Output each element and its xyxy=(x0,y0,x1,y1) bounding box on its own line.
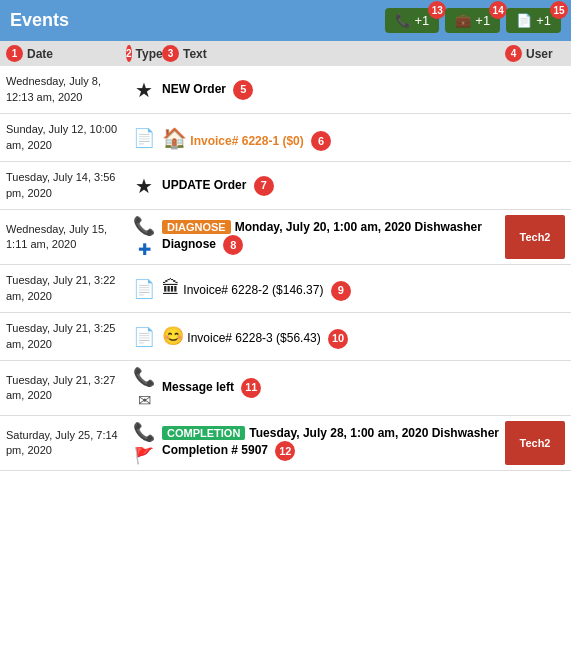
text-col-header: 3 Text xyxy=(162,45,505,62)
page-title: Events xyxy=(10,10,69,31)
event-text: Message left 11 xyxy=(162,378,505,398)
header: Events 📞 +1 13 💼 +1 14 📄 +1 15 xyxy=(0,0,571,41)
event-date: Tuesday, July 14, 3:56 pm, 2020 xyxy=(6,170,126,201)
event-date: Tuesday, July 21, 3:27 am, 2020 xyxy=(6,373,126,404)
event-type: 📄 xyxy=(126,278,162,300)
phone-badge: 13 xyxy=(428,1,446,19)
face-icon: 😊 xyxy=(162,326,184,346)
event-text: 😊 Invoice# 6228-3 ($56.43) 10 xyxy=(162,324,505,349)
event-text-content: NEW Order xyxy=(162,82,226,96)
text-col-label: Text xyxy=(183,47,207,61)
event-text: COMPLETIONTuesday, July 28, 1:00 am, 202… xyxy=(162,425,505,462)
phone-button[interactable]: 📞 +1 13 xyxy=(385,8,440,33)
briefcase-button[interactable]: 💼 +1 14 xyxy=(445,8,500,33)
phone-icon: 📞 xyxy=(395,13,411,28)
table-row[interactable]: Tuesday, July 21, 3:22 am, 2020 📄 🏛 Invo… xyxy=(0,265,571,313)
briefcase-btn-label: +1 xyxy=(475,13,490,28)
header-buttons: 📞 +1 13 💼 +1 14 📄 +1 15 xyxy=(385,8,561,33)
event-text-content: Invoice# 6228-3 ($56.43) xyxy=(187,331,320,345)
event-text-content: Message left xyxy=(162,380,234,394)
date-col-badge: 1 xyxy=(6,45,23,62)
row-badge: 9 xyxy=(331,281,351,301)
row-badge: 10 xyxy=(328,329,348,349)
star-icon: ★ xyxy=(135,78,153,102)
event-date: Wednesday, July 8, 12:13 am, 2020 xyxy=(6,74,126,105)
event-text: DIAGNOSEMonday, July 20, 1:00 am, 2020 D… xyxy=(162,219,505,256)
document-icon: 📄 xyxy=(133,278,155,300)
event-text: UPDATE Order 7 xyxy=(162,176,505,196)
briefcase-badge: 14 xyxy=(489,1,507,19)
event-user: Tech2 xyxy=(505,215,565,259)
event-type: 📞 ✚ xyxy=(126,215,162,259)
phone-icon: 📞 xyxy=(133,215,155,237)
house-icon: 🏠 xyxy=(162,127,187,149)
user-col-header: 4 User xyxy=(505,45,565,62)
column-headers: 1 Date 2 Type 3 Text 4 User xyxy=(0,41,571,66)
table-row[interactable]: Sunday, July 12, 10:00 am, 2020 📄 🏠 Invo… xyxy=(0,114,571,162)
event-text: NEW Order 5 xyxy=(162,80,505,100)
table-row[interactable]: Tuesday, July 21, 3:25 am, 2020 📄 😊 Invo… xyxy=(0,313,571,361)
event-type: 📄 xyxy=(126,127,162,149)
star-icon: ★ xyxy=(135,174,153,198)
phone-btn-label: +1 xyxy=(415,13,430,28)
event-date: Tuesday, July 21, 3:25 am, 2020 xyxy=(6,321,126,352)
event-text-content: Invoice# 6228-1 ($0) xyxy=(190,134,303,148)
row-badge: 6 xyxy=(311,131,331,151)
phone-icon: 📞 xyxy=(133,366,155,388)
diagnose-tag: DIAGNOSE xyxy=(162,220,231,234)
event-date: Wednesday, July 15, 1:11 am, 2020 xyxy=(6,222,126,253)
event-date: Saturday, July 25, 7:14 pm, 2020 xyxy=(6,428,126,459)
date-col-label: Date xyxy=(27,47,53,61)
row-badge: 5 xyxy=(233,80,253,100)
event-type: 📞 ✉ xyxy=(126,366,162,410)
event-text-content: UPDATE Order xyxy=(162,178,246,192)
document-icon: 📄 xyxy=(516,13,532,28)
bank-icon: 🏛 xyxy=(162,278,180,298)
document-icon: 📄 xyxy=(133,127,155,149)
type-col-label: Type xyxy=(136,47,163,61)
type-col-badge: 2 xyxy=(126,45,132,62)
table-row[interactable]: Wednesday, July 8, 12:13 am, 2020 ★ NEW … xyxy=(0,66,571,114)
flag-icon: 🚩 xyxy=(134,446,154,465)
table-row[interactable]: Wednesday, July 15, 1:11 am, 2020 📞 ✚ DI… xyxy=(0,210,571,265)
phone-icon: 📞 xyxy=(133,421,155,443)
type-col-header: 2 Type xyxy=(126,45,162,62)
briefcase-icon: 💼 xyxy=(455,13,471,28)
completion-tag: COMPLETION xyxy=(162,426,245,440)
document-btn-label: +1 xyxy=(536,13,551,28)
event-text: 🏛 Invoice# 6228-2 ($146.37) 9 xyxy=(162,276,505,301)
document-badge: 15 xyxy=(550,1,568,19)
table-row[interactable]: Tuesday, July 21, 3:27 am, 2020 📞 ✉ Mess… xyxy=(0,361,571,416)
event-text: 🏠 Invoice# 6228-1 ($0) 6 xyxy=(162,124,505,152)
event-type: 📄 xyxy=(126,326,162,348)
email-icon: ✉ xyxy=(138,391,151,410)
table-row[interactable]: Tuesday, July 14, 3:56 pm, 2020 ★ UPDATE… xyxy=(0,162,571,210)
user-col-label: User xyxy=(526,47,553,61)
text-col-badge: 3 xyxy=(162,45,179,62)
event-date: Sunday, July 12, 10:00 am, 2020 xyxy=(6,122,126,153)
table-row[interactable]: Saturday, July 25, 7:14 pm, 2020 📞 🚩 COM… xyxy=(0,416,571,471)
row-badge: 8 xyxy=(223,235,243,255)
cross-icon: ✚ xyxy=(138,240,151,259)
event-text-content: Invoice# 6228-2 ($146.37) xyxy=(183,283,323,297)
date-col-header: 1 Date xyxy=(6,45,126,62)
row-badge: 12 xyxy=(275,441,295,461)
row-badge: 11 xyxy=(241,378,261,398)
event-type: 📞 🚩 xyxy=(126,421,162,465)
document-button[interactable]: 📄 +1 15 xyxy=(506,8,561,33)
row-badge: 7 xyxy=(254,176,274,196)
event-date: Tuesday, July 21, 3:22 am, 2020 xyxy=(6,273,126,304)
event-type: ★ xyxy=(126,78,162,102)
document-icon: 📄 xyxy=(133,326,155,348)
user-col-badge: 4 xyxy=(505,45,522,62)
event-type: ★ xyxy=(126,174,162,198)
event-user: Tech2 xyxy=(505,421,565,465)
